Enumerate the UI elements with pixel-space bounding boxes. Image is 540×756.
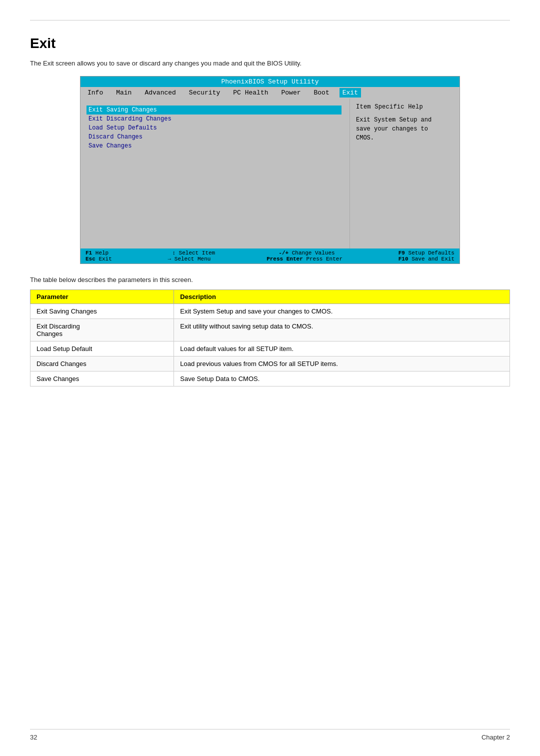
table-cell-parameter: Discard Changes <box>30 356 174 372</box>
bios-screenshot: PhoenixBIOS Setup Utility InfoMainAdvanc… <box>80 76 460 264</box>
table-cell-description: Save Setup Data to CMOS. <box>174 372 510 386</box>
help-text: Exit System Setup and save your changes … <box>356 116 454 142</box>
footer-item-f9: F9 Setup Defaults <box>398 250 454 256</box>
bios-menu-item-advanced[interactable]: Advanced <box>142 88 178 98</box>
top-divider <box>30 20 510 20</box>
table-cell-parameter: Exit Discarding Changes <box>30 319 174 342</box>
footer-item-↕: ↕ Select Item <box>172 250 215 256</box>
footer-item--/+: -/+ Change Values <box>278 250 334 256</box>
table-row: Save ChangesSave Setup Data to CMOS. <box>30 372 510 386</box>
bios-menu-item-pc-health[interactable]: PC Health <box>230 88 271 98</box>
bios-menu-item-info[interactable]: Info <box>84 88 106 98</box>
footer-item-press-enter: Press Enter Press Enter <box>266 256 342 262</box>
bios-entry-discard-changes[interactable]: Discard Changes <box>88 132 342 142</box>
footer-item-esc: Esc Exit <box>86 256 112 262</box>
table-cell-description: Load previous values from CMOS for all S… <box>174 356 510 372</box>
table-row: Discard ChangesLoad previous values from… <box>30 356 510 372</box>
table-header: Parameter Description <box>30 290 510 304</box>
bios-body: Exit Saving ChangesExit Discarding Chang… <box>80 98 460 248</box>
col-parameter: Parameter <box>30 290 174 304</box>
footer-item-f10: F10 Save and Exit <box>398 256 454 262</box>
params-table: Parameter Description Exit Saving Change… <box>30 290 510 386</box>
bios-left-panel: Exit Saving ChangesExit Discarding Chang… <box>80 98 350 248</box>
item-specific-help-label: Item Specific Help <box>356 104 454 110</box>
footer-page-number: 32 <box>30 734 37 741</box>
bios-entry-save-changes[interactable]: Save Changes <box>88 142 342 150</box>
bios-right-panel: Item Specific Help Exit System Setup and… <box>350 98 460 248</box>
table-row: Load Setup DefaultLoad default values fo… <box>30 342 510 356</box>
table-cell-parameter: Save Changes <box>30 372 174 386</box>
bios-menu-item-main[interactable]: Main <box>113 88 134 98</box>
footer-chapter: Chapter 2 <box>482 734 510 741</box>
bios-menu-bar: InfoMainAdvancedSecurityPC HealthPowerBo… <box>80 87 460 98</box>
table-cell-parameter: Exit Saving Changes <box>30 304 174 319</box>
bios-menu-item-boot[interactable]: Boot <box>311 88 332 98</box>
bios-entry-exit-discarding-changes[interactable]: Exit Discarding Changes <box>88 114 342 124</box>
bios-title-bar: PhoenixBIOS Setup Utility <box>80 76 460 87</box>
col-description: Description <box>174 290 510 304</box>
footer-item-f1: F1 Help <box>86 250 108 256</box>
bios-menu-item-exit[interactable]: Exit <box>340 88 361 98</box>
table-row: Exit Discarding ChangesExit utility with… <box>30 319 510 342</box>
bios-menu-item-security[interactable]: Security <box>186 88 223 98</box>
table-intro: The table below describes the parameters… <box>30 276 510 284</box>
table-cell-description: Load default values for all SETUP item. <box>174 342 510 356</box>
footer-item-→: → Select Menu <box>168 256 211 262</box>
table-body: Exit Saving ChangesExit System Setup and… <box>30 304 510 386</box>
bios-menu-item-power[interactable]: Power <box>278 88 304 98</box>
intro-text: The Exit screen allows you to save or di… <box>30 60 510 67</box>
page-footer: 32 Chapter 2 <box>30 729 510 741</box>
table-row: Exit Saving ChangesExit System Setup and… <box>30 304 510 319</box>
table-cell-description: Exit System Setup and save your changes … <box>174 304 510 319</box>
bios-entry-load-setup-defaults[interactable]: Load Setup Defaults <box>88 124 342 132</box>
table-cell-description: Exit utility without saving setup data t… <box>174 319 510 342</box>
table-cell-parameter: Load Setup Default <box>30 342 174 356</box>
bios-entry-exit-saving-changes[interactable]: Exit Saving Changes <box>86 106 342 114</box>
page-title: Exit <box>30 36 510 52</box>
bios-footer: F1 Help↕ Select Item-/+ Change ValuesF9 … <box>80 248 460 264</box>
